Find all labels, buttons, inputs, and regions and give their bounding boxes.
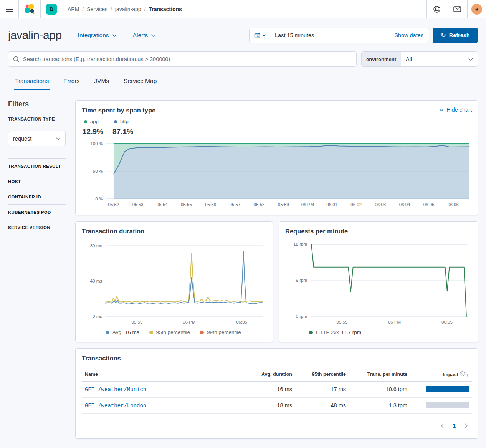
- legend-dot-95th: [149, 331, 153, 334]
- tab-transactions[interactable]: Transactions: [14, 75, 50, 90]
- help-icon: [433, 5, 441, 13]
- previous-page-button[interactable]: [438, 422, 446, 430]
- svg-text:06:05: 06:05: [236, 320, 247, 324]
- breadcrumb-apm[interactable]: APM: [68, 6, 79, 12]
- hide-chart-button[interactable]: Hide chart: [439, 107, 472, 113]
- alerts-menu-button[interactable]: Alerts: [133, 32, 156, 39]
- svg-text:0 rpm: 0 rpm: [296, 314, 307, 319]
- svg-text:06:04: 06:04: [399, 202, 410, 207]
- svg-text:06:01: 06:01: [326, 202, 337, 207]
- legend-dot-app: [84, 120, 87, 123]
- help-button[interactable]: [427, 0, 447, 18]
- legend-dot-99th: [200, 331, 204, 334]
- divider: [8, 146, 66, 159]
- transaction-link-munich[interactable]: GET/weather/Munich: [85, 387, 146, 393]
- svg-text:100 %: 100 %: [90, 141, 103, 146]
- environment-select[interactable]: environment All: [361, 51, 478, 67]
- space-badge[interactable]: D: [46, 4, 57, 15]
- impact-bar: [426, 386, 469, 392]
- quick-select-date-button[interactable]: [250, 28, 270, 43]
- refresh-button[interactable]: ↻ Refresh: [433, 28, 478, 43]
- column-header-name: Name: [82, 367, 249, 381]
- filter-service-version[interactable]: SERVICE VERSION: [8, 220, 66, 235]
- legend-item-http[interactable]: http: [112, 119, 129, 124]
- newsfeed-button[interactable]: [447, 0, 467, 18]
- impact-bar: [426, 402, 469, 408]
- tab-jvms[interactable]: JVMs: [93, 75, 110, 90]
- requests-per-minute-card: Requests per minute 0 rpm9 rpm18 rpm05:5…: [279, 221, 478, 342]
- svg-text:06:06: 06:06: [448, 202, 459, 207]
- svg-text:05:52: 05:52: [108, 202, 119, 207]
- tab-errors[interactable]: Errors: [63, 75, 80, 90]
- envelope-icon: [453, 6, 461, 12]
- date-picker: Last 15 minutes Show dates: [249, 28, 429, 43]
- breadcrumb-services[interactable]: Services: [87, 6, 107, 12]
- integrations-menu-button[interactable]: Integrations: [78, 32, 117, 39]
- user-avatar[interactable]: e: [471, 4, 482, 15]
- transaction-duration-card: Transaction duration 0 ms40 ms80 ms05:55…: [75, 221, 273, 342]
- svg-text:06:02: 06:02: [350, 202, 362, 207]
- p95-value: 48 ms: [295, 397, 349, 413]
- legend-item-99th[interactable]: 99th percentile: [200, 329, 241, 335]
- chevron-down-icon: [468, 58, 478, 61]
- time-range-value[interactable]: Last 15 minutes: [270, 32, 389, 38]
- svg-text:05:58: 05:58: [254, 202, 265, 207]
- requests-per-minute-chart[interactable]: 0 rpm9 rpm18 rpm05:5506 PM06:05: [285, 237, 472, 326]
- chevron-down-icon: [56, 137, 61, 140]
- tpm-value: 1.3 tpm: [349, 397, 410, 413]
- legend-item-http2xx[interactable]: HTTP 2xx 11.7 rpm: [309, 329, 361, 335]
- http-percentage: 87.1%: [112, 127, 142, 136]
- search-transactions-input[interactable]: [23, 56, 352, 62]
- legend-item-app[interactable]: app: [83, 119, 99, 124]
- elastic-logo: [19, 0, 40, 18]
- transaction-type-select[interactable]: request: [8, 131, 66, 146]
- p95-value: 17 ms: [295, 381, 349, 397]
- transaction-link-london[interactable]: GET/weather/London: [85, 403, 146, 409]
- page-title: javalin-app: [8, 29, 62, 42]
- sort-descending-icon: ↓: [466, 372, 469, 377]
- avg-duration-value: 18 ms: [249, 397, 295, 413]
- divider: [467, 0, 468, 18]
- svg-text:9 rpm: 9 rpm: [296, 278, 307, 283]
- filter-kubernetes-pod[interactable]: KUBERNETES POD: [8, 205, 66, 220]
- environment-label: environment: [362, 52, 401, 66]
- filter-transaction-result[interactable]: TRANSACTION RESULT: [8, 159, 66, 174]
- breadcrumb-separator: /: [144, 6, 146, 12]
- filter-host[interactable]: HOST: [8, 174, 66, 189]
- svg-text:18 rpm: 18 rpm: [293, 242, 307, 246]
- filter-container-id[interactable]: CONTAINER ID: [8, 189, 66, 205]
- rpm-chart-title: Requests per minute: [285, 228, 472, 235]
- tab-service-map[interactable]: Service Map: [123, 75, 157, 90]
- duration-chart-title: Transaction duration: [82, 228, 266, 235]
- column-header-avg-duration: Avg. duration: [249, 367, 295, 381]
- chevron-left-icon: [441, 423, 444, 428]
- svg-text:05:53: 05:53: [132, 202, 144, 207]
- legend-item-avg[interactable]: Avg. 16 ms: [106, 329, 139, 335]
- filters-title: Filters: [8, 100, 66, 108]
- page-number-1[interactable]: 1: [452, 423, 456, 429]
- question-icon[interactable]: ?: [460, 371, 465, 376]
- legend-item-95th[interactable]: 95th percentile: [149, 329, 190, 335]
- service-tabs: Transactions Errors JVMs Service Map: [8, 75, 478, 90]
- chevron-down-icon: [151, 34, 155, 37]
- svg-text:05:56: 05:56: [205, 202, 216, 207]
- svg-text:05:54: 05:54: [157, 202, 168, 207]
- breadcrumb-separator: /: [82, 6, 84, 12]
- breadcrumb-service-name[interactable]: javalin-app: [115, 6, 141, 12]
- transaction-duration-chart[interactable]: 0 ms40 ms80 ms05:5506 PM06:05: [82, 237, 266, 326]
- svg-text:80 ms: 80 ms: [90, 243, 102, 248]
- show-dates-button[interactable]: Show dates: [389, 32, 429, 38]
- chevron-down-icon: [262, 34, 266, 36]
- span-type-chart[interactable]: 0 %50 %100 %05:5205:5305:5405:5505:5605:…: [82, 139, 472, 209]
- tpm-value: 10.6 tpm: [349, 381, 410, 397]
- svg-text:06 PM: 06 PM: [301, 202, 314, 207]
- legend-dot-http: [114, 120, 117, 123]
- next-page-button[interactable]: [462, 422, 470, 430]
- menu-hamburger-button[interactable]: [0, 0, 18, 18]
- chevron-down-icon: [439, 109, 444, 111]
- svg-text:05:57: 05:57: [229, 202, 240, 207]
- svg-text:40 ms: 40 ms: [90, 279, 102, 283]
- breadcrumb-separator: /: [111, 6, 112, 12]
- service-header: javalin-app Integrations Alerts: [8, 28, 478, 43]
- column-header-impact[interactable]: Impact?↓: [410, 367, 472, 381]
